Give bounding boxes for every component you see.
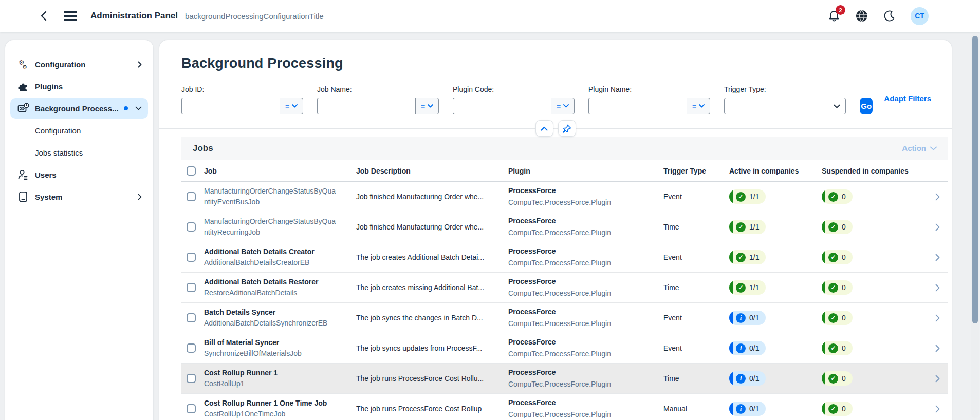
table-row[interactable]: Additional Batch Details Creator Additio… (181, 242, 948, 273)
jobs-panel-header: Jobs Action (181, 137, 948, 160)
row-detail-button[interactable] (935, 284, 940, 292)
table-row[interactable]: Cost Rollup Runner 1 CostRollUp1 The job… (181, 364, 948, 394)
sidebar-item-configuration[interactable]: ⚙⚙ Configuration (10, 54, 148, 74)
globe-icon (855, 9, 868, 23)
filter-input[interactable] (181, 98, 280, 114)
suspended-in-companies-badge: ✓ 0 (822, 341, 853, 355)
sidebar-item-configuration[interactable]: Configuration (10, 120, 148, 141)
row-checkbox[interactable] (187, 404, 196, 413)
row-checkbox[interactable] (187, 253, 196, 262)
filter-field: Job Name: = (317, 85, 453, 114)
puzzle-icon (18, 81, 29, 92)
row-checkbox[interactable] (187, 313, 196, 322)
row-checkbox[interactable] (187, 374, 196, 383)
filter-operator-dropdown[interactable]: = (687, 98, 710, 114)
filter-input[interactable] (588, 98, 687, 114)
row-detail-button[interactable] (935, 314, 940, 322)
status-icon: ✓ (828, 283, 838, 293)
job-description: The job runs ProcessForce Cost Rollu... (356, 374, 508, 383)
table-row[interactable]: ManufacturingOrderChangeStatusByQuantity… (181, 212, 948, 242)
scrollbar-thumb[interactable] (972, 36, 978, 323)
notifications-button[interactable]: 2 (827, 9, 841, 23)
language-button[interactable] (855, 9, 868, 23)
table-row[interactable]: Batch Details Syncer AdditionalBatchDeta… (181, 303, 948, 333)
trigger-type: Event (663, 253, 729, 261)
table-header-row: Job Job Description Plugin Trigger Type … (181, 160, 948, 182)
row-checkbox[interactable] (187, 192, 196, 201)
go-button[interactable]: Go (860, 98, 873, 114)
job-description: The job runs ProcessForce Cost Rollup (356, 405, 508, 413)
filter-field: Trigger Type: (724, 85, 860, 114)
sidebar-item-users[interactable]: Users (10, 164, 148, 185)
sidebar-item-plugins[interactable]: Plugins (10, 76, 148, 97)
plugin-name: ProcessForce (508, 306, 663, 318)
sidebar-item-label: Background Process... (35, 104, 119, 113)
row-detail-button[interactable] (935, 223, 940, 231)
status-icon: ✓ (828, 313, 838, 323)
svg-text:⚙: ⚙ (22, 64, 27, 70)
chevron-down-icon (292, 104, 298, 108)
column-header-active-in-companies: Active in companies (729, 167, 822, 175)
pin-icon (563, 124, 571, 133)
action-menu-button[interactable]: Action (902, 144, 937, 152)
filter-bar: Job ID: = Job Name: = Plugin Code: = (181, 85, 931, 114)
chevron-down-icon (135, 106, 142, 110)
plugin-code: CompuTec.ProcessForce.Plugin (508, 409, 663, 420)
filter-operator-dropdown[interactable]: = (280, 98, 303, 114)
back-button[interactable] (36, 9, 50, 23)
chevron-down-icon (930, 146, 937, 150)
row-checkbox[interactable] (187, 283, 196, 292)
plugin-code: CompuTec.ProcessForce.Plugin (508, 257, 663, 269)
chevron-right-icon (935, 345, 940, 352)
top-bar: Administration Panel backgroundProcessin… (0, 0, 980, 32)
sidebar-item-label: Jobs statistics (35, 148, 83, 157)
filter-label: Plugin Name: (588, 85, 724, 93)
status-icon: ✓ (828, 343, 838, 353)
row-checkbox[interactable] (187, 343, 196, 353)
table-row[interactable]: ManufacturingOrderChangeStatusByQuantity… (181, 182, 948, 212)
row-detail-button[interactable] (935, 375, 940, 383)
job-title: Additional Batch Details Restorer (204, 277, 348, 288)
dark-mode-button[interactable] (883, 9, 896, 23)
user-avatar[interactable]: CT (911, 7, 929, 25)
active-in-companies-badge: i 0/1 (729, 371, 766, 386)
filter-label: Trigger Type: (724, 85, 860, 93)
table-row[interactable]: Additional Batch Details Restorer Restor… (181, 273, 948, 303)
plugin-code: CompuTec.ProcessForce.Plugin (508, 288, 663, 299)
filter-operator-dropdown[interactable]: = (415, 98, 439, 114)
job-description: The job syncs the changes in Batch D... (356, 314, 508, 322)
row-checkbox[interactable] (187, 222, 196, 232)
row-detail-button[interactable] (935, 405, 940, 413)
suspended-in-companies-badge: ✓ 0 (822, 189, 853, 204)
status-icon: ✓ (828, 374, 838, 384)
filter-input[interactable] (453, 98, 551, 114)
jobs-table-body: ManufacturingOrderChangeStatusByQuantity… (181, 182, 948, 420)
collapse-filterbar-button[interactable] (535, 120, 553, 137)
chevron-down-icon (428, 104, 433, 108)
select-all-checkbox[interactable] (187, 166, 196, 176)
status-icon: ✓ (828, 222, 838, 232)
filter-select[interactable] (724, 98, 846, 114)
sidebar-item-label: Users (35, 170, 57, 179)
job-id: AdditionalBatchDetailsSynchronizerEB (204, 318, 339, 329)
table-row[interactable]: Cost Rollup Runner 1 One Time Job CostRo… (181, 394, 948, 420)
sidebar-item-background-process[interactable]: Background Process... (10, 98, 148, 119)
table-row[interactable]: Bill of Material Syncer SynchronizeBillO… (181, 333, 948, 364)
users-icon (17, 169, 29, 180)
adapt-filters-link[interactable]: Adapt Filters (884, 94, 931, 103)
filter-operator-dropdown[interactable]: = (551, 98, 575, 114)
status-icon: i (736, 313, 746, 323)
pin-filterbar-button[interactable] (558, 120, 576, 137)
filter-label: Job Name: (317, 85, 453, 93)
row-detail-button[interactable] (935, 193, 940, 201)
plugin-name: ProcessForce (508, 185, 663, 197)
filter-input[interactable] (317, 98, 415, 114)
row-detail-button[interactable] (935, 254, 940, 261)
sidebar-item-system[interactable]: System (10, 186, 148, 207)
menu-toggle-button[interactable] (64, 11, 77, 21)
row-detail-button[interactable] (935, 345, 940, 352)
column-header-job-description: Job Description (356, 167, 508, 175)
sidebar-item-jobs-statistics[interactable]: Jobs statistics (10, 142, 148, 163)
page-scrollbar[interactable] (971, 34, 979, 418)
active-in-companies-badge: i 0/1 (729, 311, 766, 325)
